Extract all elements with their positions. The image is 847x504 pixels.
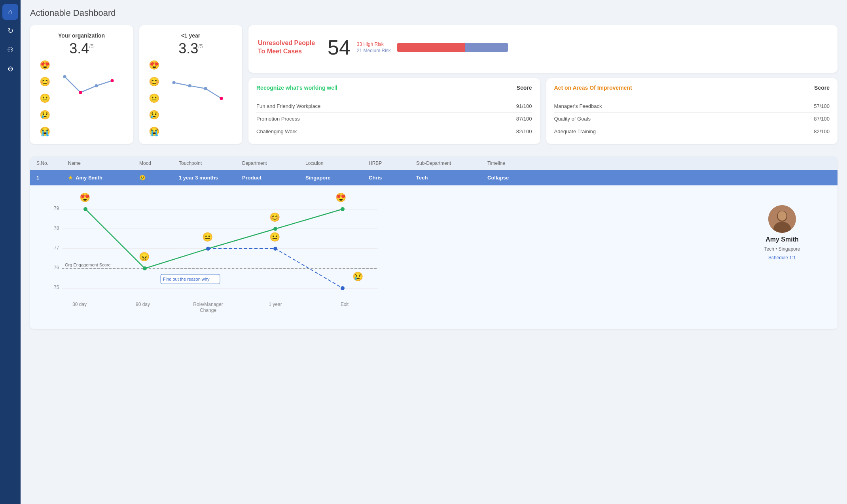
improve-score-label: Score [814, 85, 830, 91]
svg-text:Role/Manager: Role/Manager [193, 302, 223, 307]
row-mood: 😢 [139, 175, 179, 181]
recognize-score-label: Score [517, 85, 532, 91]
person-name: Amy Smith [766, 236, 799, 243]
row-name: ★ Amy Smith [68, 175, 139, 181]
svg-point-6 [204, 87, 207, 90]
table-section: S.No. Name Mood Touchpoint Department Lo… [30, 157, 838, 329]
person-avatar [768, 205, 796, 233]
recognize-header: Recognize what's working well Score [256, 85, 532, 95]
svg-point-45 [778, 211, 786, 221]
svg-point-5 [188, 84, 191, 87]
col-name: Name [68, 160, 139, 166]
table-row-active[interactable]: 1 ★ Amy Smith 😢 1 year 3 months Product … [30, 170, 838, 185]
svg-text:30 day: 30 day [72, 302, 87, 307]
person-subtitle: Tech • Singapore [764, 246, 800, 252]
unresolved-top: Unresolved People To Meet Cases 54 33 Hi… [258, 36, 828, 59]
svg-point-25 [273, 247, 277, 251]
recognize-row-3: Challenging Work 82/100 [256, 125, 532, 138]
improve-row-3: Adequate Training 82/100 [554, 125, 830, 138]
svg-point-3 [111, 79, 114, 82]
org-line-chart [53, 71, 123, 126]
improve-value-2: 87/100 [814, 116, 830, 122]
col-hrbp: HRBP [369, 160, 416, 166]
risk-bar [397, 43, 508, 52]
improve-label-2: Quality of Goals [554, 116, 591, 122]
svg-text:😐: 😐 [202, 232, 213, 242]
svg-text:😊: 😊 [269, 212, 280, 223]
svg-point-26 [341, 286, 345, 290]
detail-chart: 79 78 77 76 75 Org Engagement Scor [38, 193, 394, 320]
table-header: S.No. Name Mood Touchpoint Department Lo… [30, 157, 838, 170]
row-name-link[interactable]: Amy Smith [76, 175, 102, 181]
row-touchpoint: 1 year 3 months [179, 175, 242, 181]
star-icon: ★ [68, 175, 73, 181]
recognize-label-3: Challenging Work [256, 128, 297, 134]
right-panel: Unresolved People To Meet Cases 54 33 Hi… [248, 25, 838, 144]
recognize-value-3: 82/100 [516, 128, 532, 134]
svg-text:75: 75 [54, 285, 59, 290]
metrics-section: Recognize what's working well Score Fun … [248, 78, 838, 144]
svg-point-23 [273, 227, 277, 231]
sidebar-home[interactable]: ⌂ [2, 4, 18, 20]
improve-card: Act on Areas Of Improvement Score Manage… [546, 78, 838, 144]
unresolved-title: Unresolved People To Meet Cases [258, 39, 321, 56]
org-score-card: Your organization 3.4/5 😍😊😐😢😭 [30, 25, 133, 144]
recognize-label-1: Fun and Friendly Workplace [256, 103, 320, 109]
sidebar-minus[interactable]: ⊖ [2, 61, 18, 77]
col-timeline: Timeline [487, 160, 535, 166]
risk-bar-medium [465, 43, 508, 52]
year-line-chart [163, 71, 233, 126]
recognize-row-2: Promotion Process 87/100 [256, 113, 532, 125]
unresolved-count: 54 [328, 36, 351, 59]
risk-medium-label: 21 Medium Risk [357, 48, 391, 53]
year-emojis: 😍😊😐😢😭 [149, 60, 159, 137]
svg-text:79: 79 [54, 206, 59, 211]
sidebar-people[interactable]: ⚇ [2, 42, 18, 58]
svg-point-20 [83, 207, 87, 211]
org-card-title: Your organization [40, 32, 123, 39]
row-sno: 1 [36, 175, 68, 181]
svg-text:😍: 😍 [80, 193, 91, 203]
improve-label-1: Manager's Feedback [554, 103, 602, 109]
svg-point-24 [341, 207, 345, 211]
svg-text:😐: 😐 [269, 232, 280, 242]
svg-text:Find out the reason why: Find out the reason why [163, 277, 210, 281]
col-mood: Mood [139, 160, 179, 166]
sidebar-refresh[interactable]: ↻ [2, 23, 18, 39]
row-timeline[interactable]: Collapse [487, 175, 535, 181]
svg-text:😢: 😢 [352, 271, 364, 282]
year-emoji-chart: 😍😊😐😢😭 [149, 60, 233, 137]
svg-text:1 year: 1 year [269, 302, 282, 307]
org-score-value: 3.4/5 [40, 40, 123, 57]
schedule-link[interactable]: Schedule 1:1 [768, 255, 796, 260]
svg-point-21 [143, 266, 147, 270]
person-info: Amy Smith Tech • Singapore Schedule 1:1 [735, 193, 830, 321]
improve-header: Act on Areas Of Improvement Score [554, 85, 830, 95]
recognize-value-1: 91/100 [516, 103, 532, 109]
year-score-card: <1 year 3.3/5 😍😊😐😢😭 [139, 25, 242, 144]
improve-title: Act on Areas Of Improvement [554, 85, 632, 91]
risk-high-label: 33 High Risk [357, 42, 391, 47]
row-department: Product [242, 175, 305, 181]
svg-point-2 [95, 84, 98, 87]
svg-text:Change: Change [200, 308, 216, 313]
svg-text:78: 78 [54, 225, 59, 231]
org-emojis: 😍😊😐😢😭 [40, 60, 50, 137]
improve-value-3: 82/100 [814, 128, 830, 134]
page-title: Actionable Dashboard [30, 8, 838, 18]
col-sno: S.No. [36, 160, 68, 166]
improve-row-1: Manager's Feedback 57/100 [554, 100, 830, 113]
svg-point-22 [206, 247, 210, 251]
col-location: Location [305, 160, 369, 166]
svg-text:Org Engagement Score: Org Engagement Score [65, 262, 111, 267]
year-card-title: <1 year [149, 32, 233, 39]
row-hrbp: Chris [369, 175, 416, 181]
unresolved-card: Unresolved People To Meet Cases 54 33 Hi… [248, 25, 838, 73]
svg-point-4 [172, 81, 176, 84]
chart-area: 79 78 77 76 75 Org Engagement Scor [38, 193, 727, 321]
svg-text:Exit: Exit [341, 302, 349, 307]
svg-point-7 [220, 97, 223, 100]
main-content: Actionable Dashboard Your organization 3… [21, 0, 847, 504]
row-location: Singapore [305, 175, 369, 181]
recognize-title: Recognize what's working well [256, 85, 337, 91]
